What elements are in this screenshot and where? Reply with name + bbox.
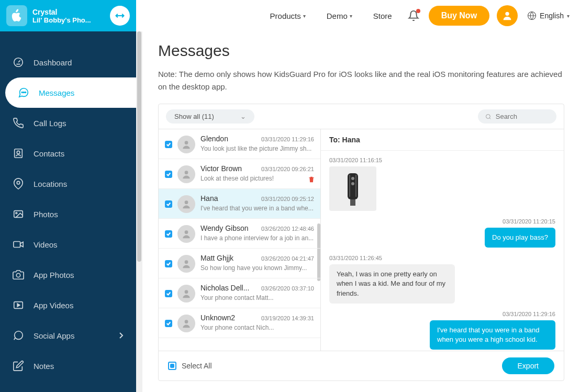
location-icon (13, 178, 24, 189)
device-header: Crystal Lil' Bobby's Pho... (0, 0, 136, 31)
thread-checkbox[interactable] (165, 200, 172, 208)
thread-time: 03/19/2020 14:39:31 (261, 315, 314, 321)
language-selector[interactable]: English ▾ (527, 11, 570, 20)
chevron-down-icon: ⌄ (240, 113, 246, 120)
buy-now-button[interactable]: Buy Now (429, 6, 489, 26)
thread-item[interactable]: Unknown2 03/19/2020 14:39:31 Your phone … (159, 308, 320, 338)
sidebar-item-photos[interactable]: Photos (0, 199, 136, 229)
sidebar-item-label: Notes (34, 362, 54, 371)
thread-checkbox[interactable] (165, 171, 172, 178)
svg-point-0 (505, 12, 509, 16)
messages-panel: Show all (11) ⌄ Glendon 03/31/2020 11:29… (158, 104, 564, 381)
chat-recipient: To: Hana (321, 129, 564, 151)
thread-item[interactable]: Nicholas Dell... 03/26/2020 03:37:10 You… (159, 278, 320, 308)
svg-point-19 (185, 260, 188, 264)
message-bubble: Do you play bass? (485, 228, 555, 248)
thread-item[interactable]: Glendon 03/31/2020 11:29:16 You look jus… (159, 129, 320, 159)
avatar-icon (177, 136, 195, 153)
messages-toolbar: Show all (11) ⌄ (159, 104, 564, 129)
scrollbar-thumb[interactable] (137, 31, 141, 262)
sidebar-item-messages[interactable]: Messages (5, 77, 136, 108)
search-icon (485, 113, 492, 120)
chat-body: 03/31/2020 11:16:1503/31/2020 11:20:15Do… (321, 151, 564, 351)
scrollbar[interactable] (136, 31, 142, 392)
sidebar-item-app-photos[interactable]: App Photos (0, 260, 136, 290)
nav-demo[interactable]: Demo ▾ (327, 12, 352, 20)
thread-item[interactable]: Wendy Gibson 03/26/2020 12:48:46 I have … (159, 219, 320, 249)
thread-preview: I have a phone interview for a job in an… (200, 234, 314, 242)
device-subtitle: Lil' Bobby's Pho... (32, 16, 110, 24)
thread-checkbox[interactable] (165, 260, 172, 267)
message-time: 03/31/2020 11:16:15 (329, 157, 555, 163)
svg-point-20 (185, 290, 188, 294)
delete-icon[interactable] (308, 176, 315, 183)
svg-point-10 (16, 212, 17, 214)
sidebar-item-app-videos[interactable]: App Videos (0, 290, 136, 320)
thread-checkbox[interactable] (165, 141, 172, 148)
sidebar-item-label: Videos (34, 240, 58, 249)
search-box[interactable] (478, 109, 556, 124)
user-icon (501, 10, 513, 21)
thread-item[interactable]: Hana 03/31/2020 09:25:12 I've heard that… (159, 189, 320, 219)
export-button[interactable]: Export (502, 357, 554, 374)
messages-icon (18, 87, 29, 98)
thread-item[interactable]: Matt Ghjjk 03/26/2020 04:21:47 So how lo… (159, 249, 320, 278)
thread-name: Glendon (200, 135, 228, 143)
thread-time: 03/26/2020 03:37:10 (261, 285, 314, 292)
thread-name: Nicholas Dell... (200, 284, 249, 292)
thread-time: 03/26/2020 04:21:47 (261, 255, 314, 262)
svg-rect-11 (14, 242, 20, 248)
chat-message: 03/31/2020 11:16:15 (329, 157, 555, 211)
filter-label: Show all (11) (174, 113, 214, 120)
search-input[interactable] (496, 113, 549, 120)
chevron-down-icon: ▾ (350, 13, 352, 19)
thread-checkbox[interactable] (165, 320, 172, 327)
user-avatar[interactable] (497, 5, 518, 26)
sidebar-item-label: Social Apps (34, 331, 74, 340)
svg-point-5 (25, 92, 26, 93)
select-all-checkbox[interactable] (168, 362, 176, 370)
avatar-icon (177, 195, 195, 213)
thread-name: Matt Ghjjk (200, 254, 233, 262)
svg-rect-23 (350, 199, 355, 206)
nav-products[interactable]: Products ▾ (270, 12, 306, 20)
sidebar: Dashboard Messages Call Logs Contacts Lo… (0, 31, 136, 392)
message-bubble: I've heard that you were in a band when … (430, 320, 555, 350)
thread-checkbox[interactable] (165, 290, 172, 297)
svg-point-15 (185, 141, 188, 144)
sidebar-item-call-logs[interactable]: Call Logs (0, 108, 136, 138)
thread-item[interactable]: Victor Brown 03/31/2020 09:26:21 Look at… (159, 159, 320, 189)
phone-icon (13, 117, 24, 129)
sidebar-item-contacts[interactable]: Contacts (0, 138, 136, 169)
page-title: Messages (158, 42, 564, 60)
nav-store[interactable]: Store (373, 12, 392, 20)
message-image[interactable] (329, 166, 376, 211)
swap-device-button[interactable] (110, 6, 130, 26)
sidebar-item-locations[interactable]: Locations (0, 169, 136, 199)
sidebar-item-notes[interactable]: Notes (0, 351, 136, 381)
nav-demo-label: Demo (327, 12, 348, 20)
chevron-down-icon: ▾ (567, 13, 570, 19)
chat-pane: To: Hana 03/31/2020 11:16:1503/31/2020 1… (321, 129, 564, 351)
svg-point-8 (17, 181, 20, 184)
notifications-button[interactable] (408, 10, 419, 21)
thread-preview: Your phone contact Nich... (200, 324, 314, 331)
chat-icon (13, 330, 24, 341)
sidebar-item-label: Photos (34, 210, 58, 219)
thread-time: 03/26/2020 12:48:46 (261, 226, 314, 232)
avatar-icon (177, 255, 195, 273)
select-all-label: Select All (182, 362, 212, 370)
avatar-icon (177, 285, 195, 303)
sidebar-item-dashboard[interactable]: Dashboard (0, 47, 136, 77)
thread-preview: Your phone contact Matt... (200, 294, 314, 301)
thread-checkbox[interactable] (165, 230, 172, 238)
sidebar-item-social-apps[interactable]: Social Apps (0, 320, 136, 351)
checkbox-indicator (170, 364, 174, 368)
swap-icon (115, 10, 125, 21)
sidebar-item-videos[interactable]: Videos (0, 229, 136, 260)
thread-list: Glendon 03/31/2020 11:29:16 You look jus… (159, 129, 321, 351)
svg-point-21 (185, 320, 188, 323)
filter-dropdown[interactable]: Show all (11) ⌄ (166, 109, 254, 124)
sidebar-item-label: Call Logs (34, 119, 66, 128)
language-label: English (540, 12, 564, 20)
